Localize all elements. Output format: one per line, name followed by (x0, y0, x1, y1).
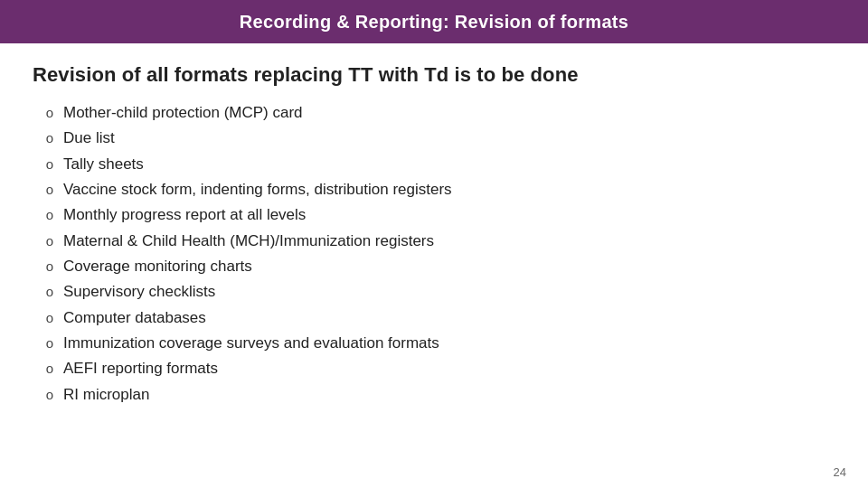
section-heading: Revision of all formats replacing TT wit… (33, 63, 835, 87)
bullet-text: Tally sheets (63, 153, 835, 176)
bullet-marker: o (42, 154, 58, 174)
bullet-text: Maternal & Child Health (MCH)/Immunizati… (63, 230, 835, 253)
bullet-text: Computer databases (63, 306, 835, 330)
bullet-marker: o (42, 281, 58, 302)
list-item: oAEFI reporting formats (33, 357, 835, 380)
list-item: oSupervisory checklists (33, 280, 835, 304)
bullet-marker: o (42, 256, 58, 277)
list-item: oComputer databases (33, 306, 835, 330)
header-title: Recording & Reporting: Revision of forma… (240, 12, 628, 33)
list-item: oMaternal & Child Health (MCH)/Immunizat… (33, 230, 835, 253)
list-item: oMother-child protection (MCP) card (33, 101, 835, 125)
list-item: oRI microplan (33, 383, 835, 407)
list-item: oVaccine stock form, indenting forms, di… (33, 178, 835, 202)
bullet-marker: o (42, 384, 58, 405)
bullet-marker: o (42, 333, 58, 353)
bullet-text: AEFI reporting formats (63, 357, 835, 380)
bullet-text: Mother-child protection (MCP) card (63, 101, 835, 125)
bullet-text: RI microplan (63, 383, 835, 407)
bullet-marker: o (42, 307, 58, 328)
bullet-text: Coverage monitoring charts (63, 255, 835, 278)
list-item: oDue list (33, 127, 835, 150)
bullet-marker: o (42, 204, 58, 225)
bullet-text: Monthly progress report at all levels (63, 203, 835, 227)
bullet-text: Vaccine stock form, indenting forms, dis… (63, 178, 835, 202)
header-bar: Recording & Reporting: Revision of forma… (0, 0, 868, 43)
bullet-marker: o (42, 102, 58, 123)
page-number: 24 (834, 465, 846, 479)
bullet-text: Due list (63, 127, 835, 150)
bullet-marker: o (42, 358, 58, 379)
bullet-marker: o (42, 230, 58, 251)
content-area: Revision of all formats replacing TT wit… (0, 43, 868, 427)
bullet-marker: o (42, 127, 58, 148)
bullet-list: oMother-child protection (MCP) cardoDue … (33, 101, 835, 407)
list-item: oCoverage monitoring charts (33, 255, 835, 278)
slide: Recording & Reporting: Revision of forma… (0, 0, 868, 488)
bullet-text: Immunization coverage surveys and evalua… (63, 332, 835, 355)
list-item: oTally sheets (33, 153, 835, 176)
bullet-marker: o (42, 179, 58, 200)
list-item: oMonthly progress report at all levels (33, 203, 835, 227)
bullet-text: Supervisory checklists (63, 280, 835, 304)
list-item: oImmunization coverage surveys and evalu… (33, 332, 835, 355)
